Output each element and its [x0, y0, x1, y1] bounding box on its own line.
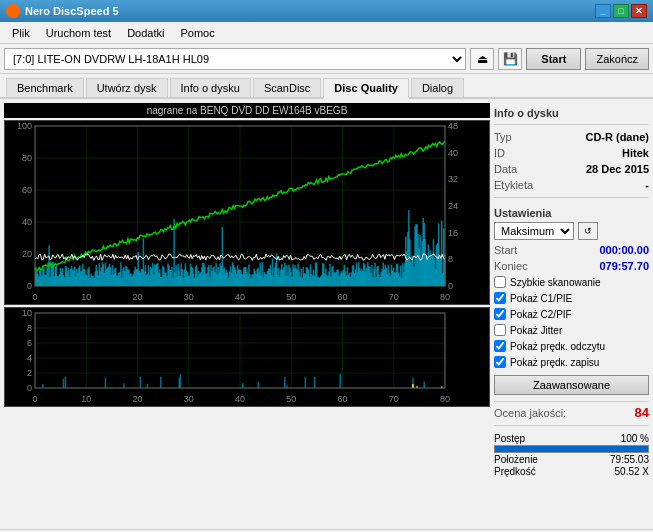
advanced-button[interactable]: Zaawansowane	[494, 375, 649, 395]
app-icon	[6, 4, 20, 18]
progress-section: Postęp 100 % Położenie 79:55.03 Prędkość…	[494, 433, 649, 477]
etykieta-value: -	[645, 179, 649, 191]
cb-read-speed[interactable]: Pokaż prędк. odczytu	[494, 339, 649, 353]
start-button[interactable]: Start	[526, 48, 581, 70]
predkosc-value: 50.52 X	[615, 466, 649, 477]
menu-uruchom[interactable]: Uruchom test	[38, 25, 119, 41]
drive-select[interactable]: [7:0] LITE-ON DVDRW LH-18A1H HL09	[4, 48, 466, 70]
menu-pomoc[interactable]: Pomoc	[172, 25, 222, 41]
cb-c1pie-label: Pokaż C1/PIE	[510, 293, 572, 304]
cb-c1pie[interactable]: Pokaż C1/PIE	[494, 291, 649, 305]
quality-value: 84	[635, 405, 649, 420]
cb-write-speed-input[interactable]	[494, 356, 506, 368]
menu-bar: Plik Uruchom test Dodatki Pomoc	[0, 22, 653, 44]
cb-szybkie-input[interactable]	[494, 276, 506, 288]
toolbar: [7:0] LITE-ON DVDRW LH-18A1H HL09 ⏏ 💾 St…	[0, 44, 653, 74]
cb-jitter-label: Pokaż Jitter	[510, 325, 562, 336]
predkosc-row: Prędkość 50.52 X	[494, 466, 649, 477]
dropdown-row: Maksimum ↺	[494, 221, 649, 241]
data-value: 28 Dec 2015	[586, 163, 649, 175]
cb-read-speed-input[interactable]	[494, 340, 506, 352]
minimize-btn[interactable]: _	[595, 4, 611, 18]
title-bar: Nero DiscSpeed 5 _ □ ✕	[0, 0, 653, 22]
id-row: ID Hitek	[494, 146, 649, 160]
typ-label: Typ	[494, 131, 512, 143]
postep-label: Postęp	[494, 433, 525, 444]
speed-dropdown[interactable]: Maksimum	[494, 222, 574, 240]
cb-c2pif-input[interactable]	[494, 308, 506, 320]
menu-dodatki[interactable]: Dodatki	[119, 25, 172, 41]
tab-benchmark[interactable]: Benchmark	[6, 78, 84, 97]
end-button[interactable]: Zakończ	[585, 48, 649, 70]
main-content: nagrane na BENQ DVD DD EW164B vBEGB Info…	[0, 99, 653, 529]
save-btn[interactable]: 💾	[498, 48, 522, 70]
start-value: 000:00.00	[599, 244, 649, 256]
window-title: Nero DiscSpeed 5	[25, 5, 595, 17]
cb-write-speed-label: Pokaż prędк. zapisu	[510, 357, 599, 368]
cb-read-speed-label: Pokaż prędк. odczytu	[510, 341, 605, 352]
menu-plik[interactable]: Plik	[4, 25, 38, 41]
data-label: Data	[494, 163, 517, 175]
tab-dialog[interactable]: Dialog	[411, 78, 464, 97]
start-label: Start	[494, 244, 517, 256]
progress-bar	[494, 445, 649, 453]
predkosc-label: Prędkość	[494, 466, 536, 477]
quality-row: Ocena jakości: 84	[494, 401, 649, 420]
top-chart	[4, 120, 490, 305]
tab-scandisc[interactable]: ScanDisc	[253, 78, 321, 97]
cb-szybkie[interactable]: Szybkie skanowanie	[494, 275, 649, 289]
reset-btn[interactable]: ↺	[578, 222, 598, 240]
cb-c1pie-input[interactable]	[494, 292, 506, 304]
cb-szybkie-label: Szybkie skanowanie	[510, 277, 601, 288]
progress-bar-fill	[495, 446, 648, 452]
cb-c2pif-label: Pokaż C2/PIF	[510, 309, 572, 320]
cb-c2pif[interactable]: Pokaż C2/PIF	[494, 307, 649, 321]
id-label: ID	[494, 147, 505, 159]
tab-create-disc[interactable]: Utwórz dysk	[86, 78, 168, 97]
postep-row: Postęp 100 %	[494, 433, 649, 444]
polozenie-label: Położenie	[494, 454, 538, 465]
cb-jitter-input[interactable]	[494, 324, 506, 336]
koniec-row: Koniec 079:57.70	[494, 259, 649, 273]
koniec-value: 079:57.70	[599, 260, 649, 272]
cb-jitter[interactable]: Pokaż Jitter	[494, 323, 649, 337]
polozenie-value: 79:55.03	[610, 454, 649, 465]
info-section-title: Info o dysku	[494, 107, 649, 119]
tab-disc-info[interactable]: Info o dysku	[170, 78, 251, 97]
etykieta-row: Etykieta -	[494, 178, 649, 192]
polozenie-row: Położenie 79:55.03	[494, 454, 649, 465]
eject-btn[interactable]: ⏏	[470, 48, 494, 70]
window-controls: _ □ ✕	[595, 4, 647, 18]
maximize-btn[interactable]: □	[613, 4, 629, 18]
id-value: Hitek	[622, 147, 649, 159]
tab-disc-quality[interactable]: Disc Quality	[323, 78, 409, 99]
bottom-chart	[4, 307, 490, 407]
data-row: Data 28 Dec 2015	[494, 162, 649, 176]
tabs-bar: Benchmark Utwórz dysk Info o dysku ScanD…	[0, 74, 653, 99]
postep-value: 100 %	[621, 433, 649, 444]
typ-value: CD-R (dane)	[585, 131, 649, 143]
quality-label: Ocena jakości:	[494, 407, 566, 419]
etykieta-label: Etykieta	[494, 179, 533, 191]
koniec-label: Koniec	[494, 260, 528, 272]
start-row: Start 000:00.00	[494, 243, 649, 257]
chart-subtitle: nagrane na BENQ DVD DD EW164B vBEGB	[4, 103, 490, 118]
right-panel: Info o dysku Typ CD-R (dane) ID Hitek Da…	[494, 103, 649, 525]
charts-area: nagrane na BENQ DVD DD EW164B vBEGB	[4, 103, 490, 525]
cb-write-speed[interactable]: Pokaż prędк. zapisu	[494, 355, 649, 369]
close-btn[interactable]: ✕	[631, 4, 647, 18]
typ-row: Typ CD-R (dane)	[494, 130, 649, 144]
settings-title: Ustawienia	[494, 207, 649, 219]
